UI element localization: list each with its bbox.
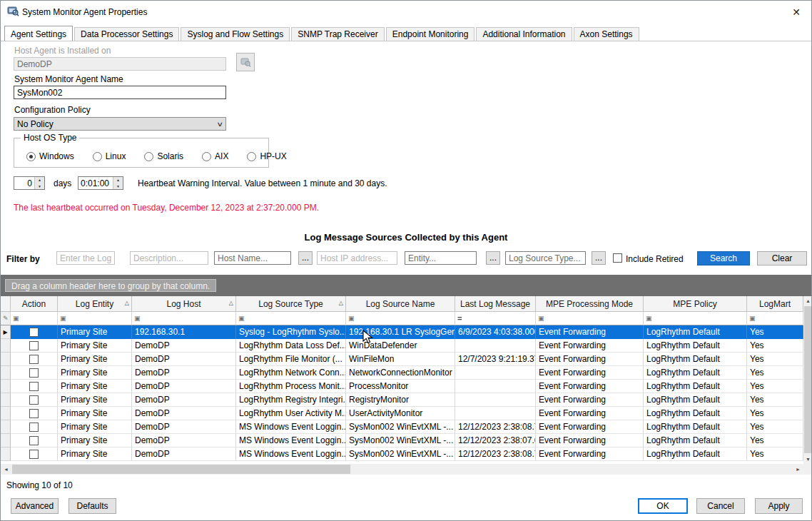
grid-vertical-scrollbar[interactable]: ▲ ▼ bbox=[803, 296, 812, 464]
cell-log-host[interactable]: 192.168.30.1 bbox=[132, 325, 236, 339]
cell-log-source-type[interactable]: LogRhythm User Activity M... bbox=[236, 407, 346, 420]
filter-cell-log-source-type[interactable]: ▣ bbox=[236, 312, 346, 325]
radio-option-solaris[interactable]: Solaris bbox=[144, 151, 183, 161]
host-name-browse-button[interactable]: ... bbox=[298, 251, 313, 265]
row-selector-cell[interactable] bbox=[1, 353, 11, 366]
cell-log-source-name[interactable]: WinDataDefender bbox=[346, 339, 455, 353]
row-selector-cell[interactable] bbox=[1, 420, 11, 434]
config-policy-select[interactable]: No Policy ∨ bbox=[14, 117, 226, 131]
cell-log-source-name[interactable]: SysMon002 WinEvtXML -... bbox=[346, 420, 455, 434]
cell-log-entity[interactable]: Primary Site bbox=[58, 407, 132, 420]
row-checkbox[interactable] bbox=[29, 409, 39, 418]
cell-log-entity[interactable]: Primary Site bbox=[58, 353, 132, 366]
cell-log-entity[interactable]: Primary Site bbox=[58, 366, 132, 380]
cell-mpe-policy[interactable]: LogRhythm Default bbox=[644, 380, 747, 393]
cell-log-source-type[interactable]: LogRhythm Network Conn... bbox=[236, 366, 346, 380]
cell-logmart[interactable]: Yes bbox=[747, 380, 803, 393]
cell-log-host[interactable]: DemoDP bbox=[132, 407, 236, 420]
vertical-scroll-thumb[interactable] bbox=[804, 306, 812, 453]
row-selector-cell[interactable] bbox=[1, 447, 11, 461]
tab-data-processor-settings[interactable]: Data Processor Settings bbox=[74, 27, 179, 41]
row-selector-cell[interactable] bbox=[1, 366, 11, 380]
cell-log-source-type[interactable]: LogRhythm Registry Integri... bbox=[236, 393, 346, 407]
row-action-cell[interactable] bbox=[11, 366, 58, 380]
cell-log-source-type[interactable]: MS Windows Event Loggin... bbox=[236, 434, 346, 447]
table-row[interactable]: Primary Site DemoDP MS Windows Event Log… bbox=[1, 447, 803, 461]
cell-log-source-name[interactable]: WinFileMon bbox=[346, 353, 455, 366]
row-checkbox[interactable] bbox=[29, 423, 39, 432]
cell-log-source-name[interactable]: ProcessMonitor bbox=[346, 380, 455, 393]
description-filter-input[interactable] bbox=[130, 251, 208, 265]
table-row[interactable]: ▶ Primary Site 192.168.30.1 Syslog - Log… bbox=[1, 325, 803, 339]
cell-log-entity[interactable]: Primary Site bbox=[58, 380, 132, 393]
row-selector-cell[interactable] bbox=[1, 339, 11, 353]
group-by-bar[interactable]: Drag a column header here to group by th… bbox=[1, 275, 811, 296]
interval-stepper[interactable]: 0:01:00 ▲▼ bbox=[78, 176, 123, 190]
cell-log-entity[interactable]: Primary Site bbox=[58, 434, 132, 447]
row-action-cell[interactable] bbox=[11, 325, 58, 339]
radio-option-aix[interactable]: AIX bbox=[202, 151, 228, 161]
filter-cell-mpe-policy[interactable]: ▣ bbox=[644, 312, 747, 325]
filter-cell-log-entity[interactable]: ▣ bbox=[58, 312, 132, 325]
cell-logmart[interactable]: Yes bbox=[747, 407, 803, 420]
close-icon[interactable]: ✕ bbox=[788, 5, 804, 19]
radio-option-linux[interactable]: Linux bbox=[93, 151, 126, 161]
table-row[interactable]: Primary Site DemoDP LogRhythm Process Mo… bbox=[1, 380, 803, 393]
cell-last-log-message[interactable]: 12/12/2023 2:38:07.6... bbox=[455, 434, 536, 447]
table-row[interactable]: Primary Site DemoDP LogRhythm User Activ… bbox=[1, 407, 803, 420]
radio-option-hpux[interactable]: HP-UX bbox=[247, 151, 286, 161]
cell-log-entity[interactable]: Primary Site bbox=[58, 325, 132, 339]
row-checkbox[interactable] bbox=[29, 395, 39, 405]
row-action-cell[interactable] bbox=[11, 447, 58, 461]
search-button[interactable]: Search bbox=[697, 251, 750, 265]
cell-log-source-type[interactable]: LogRhythm Data Loss Def... bbox=[236, 339, 346, 353]
row-selector-cell[interactable] bbox=[1, 407, 11, 420]
cell-last-log-message[interactable]: 12/7/2023 9:21:19.37... bbox=[455, 353, 536, 366]
row-action-cell[interactable] bbox=[11, 420, 58, 434]
cell-log-host[interactable]: DemoDP bbox=[132, 366, 236, 380]
cell-mpe-processing-mode[interactable]: Event Forwarding bbox=[536, 407, 644, 420]
column-header-last-log-message[interactable]: Last Log Message bbox=[455, 296, 536, 312]
log-source-filter-input[interactable] bbox=[56, 251, 115, 265]
column-header-action[interactable]: Action bbox=[11, 296, 58, 312]
cell-mpe-policy[interactable]: LogRhythm Default bbox=[644, 434, 747, 447]
cell-logmart[interactable]: Yes bbox=[747, 393, 803, 407]
filter-cell-action[interactable]: ▣ bbox=[11, 312, 58, 325]
cell-log-source-name[interactable]: 192.168.30.1 LR SyslogGen bbox=[346, 325, 455, 339]
filter-cell-log-source-name[interactable]: ▣ bbox=[346, 312, 455, 325]
cell-last-log-message[interactable]: 12/12/2023 2:38:08.7... bbox=[455, 447, 536, 461]
cell-log-host[interactable]: DemoDP bbox=[132, 339, 236, 353]
row-checkbox[interactable] bbox=[29, 382, 39, 391]
grid-horizontal-scrollbar[interactable]: ◄ ► bbox=[1, 464, 803, 475]
row-checkbox[interactable] bbox=[29, 450, 39, 459]
advanced-button[interactable]: Advanced bbox=[11, 498, 59, 514]
include-retired-checkbox[interactable] bbox=[613, 253, 622, 263]
entity-filter-input[interactable] bbox=[405, 251, 477, 265]
cell-logmart[interactable]: Yes bbox=[747, 353, 803, 366]
tab-additional-information[interactable]: Additional Information bbox=[476, 27, 572, 41]
cell-log-entity[interactable]: Primary Site bbox=[58, 339, 132, 353]
cell-last-log-message[interactable]: 6/9/2023 4:03:38.000... bbox=[455, 325, 536, 339]
cell-mpe-processing-mode[interactable]: Event Forwarding bbox=[536, 353, 644, 366]
cell-log-source-type[interactable]: Syslog - LogRhythm Syslo... bbox=[236, 325, 346, 339]
filter-cell-logmart[interactable]: ▣ bbox=[747, 312, 803, 325]
row-action-cell[interactable] bbox=[11, 434, 58, 447]
cell-logmart[interactable]: Yes bbox=[747, 366, 803, 380]
cell-mpe-policy[interactable]: LogRhythm Default bbox=[644, 420, 747, 434]
cell-log-source-type[interactable]: MS Windows Event Loggin... bbox=[236, 420, 346, 434]
cell-mpe-processing-mode[interactable]: Event Forwarding bbox=[536, 380, 644, 393]
table-row[interactable]: Primary Site DemoDP MS Windows Event Log… bbox=[1, 434, 803, 447]
tab-snmp-trap-receiver[interactable]: SNMP Trap Receiver bbox=[291, 27, 384, 41]
table-row[interactable]: Primary Site DemoDP LogRhythm File Monit… bbox=[1, 353, 803, 366]
cell-log-host[interactable]: DemoDP bbox=[132, 353, 236, 366]
cell-mpe-policy[interactable]: LogRhythm Default bbox=[644, 393, 747, 407]
agent-name-field[interactable] bbox=[14, 86, 226, 99]
filter-cell-last-log-message[interactable]: = bbox=[455, 312, 536, 325]
cell-log-source-name[interactable]: RegistryMonitor bbox=[346, 393, 455, 407]
log-source-type-browse-button[interactable]: ... bbox=[592, 251, 606, 265]
apply-button[interactable]: Apply bbox=[755, 498, 803, 514]
cell-mpe-processing-mode[interactable]: Event Forwarding bbox=[536, 339, 644, 353]
cell-last-log-message[interactable] bbox=[455, 339, 536, 353]
horizontal-scroll-thumb[interactable] bbox=[12, 465, 350, 474]
row-selector-cell[interactable]: ▶ bbox=[1, 325, 11, 339]
